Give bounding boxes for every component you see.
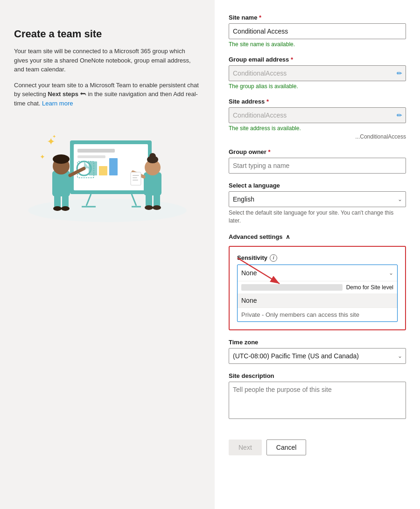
svg-point-23 — [53, 206, 62, 211]
site-address-available: The site address is available. — [229, 125, 406, 132]
svg-rect-10 — [109, 158, 118, 175]
advanced-settings-chevron-icon: ∧ — [286, 233, 290, 240]
site-description-textarea[interactable] — [229, 382, 406, 419]
next-steps-icon: ⮪ — [80, 90, 86, 99]
time-zone-select[interactable]: (UTC-08:00) Pacific Time (US and Canada) — [229, 348, 406, 364]
svg-rect-35 — [133, 175, 139, 176]
time-zone-group: Time zone (UTC-08:00) Pacific Time (US a… — [229, 339, 406, 364]
group-email-input[interactable] — [229, 65, 406, 81]
time-zone-select-wrapper: (UTC-08:00) Pacific Time (US and Canada)… — [229, 348, 406, 364]
site-address-suffix: ...ConditionalAccess — [229, 133, 406, 140]
svg-point-33 — [153, 205, 161, 210]
cancel-button[interactable]: Cancel — [266, 439, 307, 455]
sensitivity-none-option[interactable]: None — [238, 293, 397, 307]
sensitivity-demo-row[interactable]: Demo for Site level — [238, 281, 397, 293]
sensitivity-selected-value[interactable]: None ⌄ — [238, 265, 397, 281]
site-name-group: Site name * The site name is available. — [229, 14, 406, 48]
site-address-label: Site address * — [229, 98, 406, 105]
svg-point-24 — [61, 206, 70, 211]
group-owner-input[interactable] — [229, 158, 406, 174]
site-address-input-wrapper: ✏ — [229, 107, 406, 123]
advanced-settings-header[interactable]: Advanced settings ∧ — [229, 233, 406, 240]
site-address-edit-icon[interactable]: ✏ — [397, 112, 402, 119]
svg-rect-37 — [133, 180, 138, 181]
group-email-input-wrapper: ✏ — [229, 65, 406, 81]
required-star-owner: * — [268, 148, 271, 155]
group-email-available: The group alias is available. — [229, 83, 406, 90]
site-name-label: Site name * — [229, 14, 406, 21]
privacy-option[interactable]: Private - Only members can access this s… — [238, 307, 397, 321]
required-star-email: * — [291, 56, 293, 63]
svg-rect-36 — [133, 177, 137, 178]
site-address-group: Site address * ✏ The site address is ava… — [229, 98, 406, 140]
next-button[interactable]: Next — [229, 439, 262, 455]
svg-rect-21 — [54, 194, 61, 208]
svg-point-19 — [53, 154, 70, 164]
language-select-wrapper: English ⌄ — [229, 191, 406, 207]
svg-rect-34 — [131, 172, 141, 185]
footer-buttons: Next Cancel — [229, 432, 406, 455]
site-description-group: Site description — [229, 372, 406, 421]
svg-text:✦: ✦ — [52, 134, 56, 139]
svg-rect-17 — [52, 171, 70, 196]
sensitivity-demo-label: Demo for Site level — [346, 284, 393, 291]
svg-rect-7 — [77, 155, 105, 158]
language-select[interactable]: English — [229, 191, 406, 207]
group-email-edit-icon[interactable]: ✏ — [397, 70, 402, 77]
group-email-group: Group email address * ✏ The group alias … — [229, 56, 406, 90]
svg-point-0 — [28, 199, 187, 222]
language-label: Select a language — [229, 182, 406, 189]
group-email-label: Group email address * — [229, 56, 406, 63]
sensitivity-info-icon[interactable]: i — [270, 254, 277, 262]
left-panel: Create a team site Your team site will b… — [0, 0, 215, 509]
svg-rect-6 — [77, 149, 115, 153]
advanced-settings-box: Sensitivity i None ⌄ Demo for Site level — [229, 246, 406, 330]
learn-more-link[interactable]: Learn more — [42, 100, 73, 107]
group-owner-group: Group owner * — [229, 148, 406, 174]
svg-rect-25 — [144, 172, 161, 195]
language-group: Select a language English ⌄ Select the d… — [229, 182, 406, 225]
sensitivity-dropdown[interactable]: None ⌄ Demo for Site level — [237, 265, 398, 322]
description-paragraph-1: Your team site will be connected to a Mi… — [14, 47, 201, 74]
right-panel: Site name * The site name is available. … — [215, 0, 420, 509]
svg-rect-30 — [146, 193, 152, 207]
site-address-input[interactable] — [229, 107, 406, 123]
site-name-available: The site name is available. — [229, 41, 406, 48]
svg-rect-22 — [62, 194, 69, 208]
svg-rect-9 — [99, 166, 107, 175]
page-title: Create a team site — [14, 28, 201, 40]
svg-point-32 — [145, 205, 153, 210]
demo-bar — [241, 284, 343, 291]
site-description-label: Site description — [229, 372, 406, 379]
time-zone-label: Time zone — [229, 339, 406, 346]
svg-point-28 — [149, 153, 156, 160]
sensitivity-chevron-icon: ⌄ — [389, 270, 393, 276]
language-helper: Select the default site language for you… — [229, 209, 406, 225]
svg-text:✦: ✦ — [40, 153, 45, 160]
svg-rect-31 — [154, 193, 160, 207]
sensitivity-label: Sensitivity i — [237, 254, 398, 262]
illustration: ✦ ✦ ✦ — [14, 117, 201, 224]
group-owner-label: Group owner * — [229, 148, 406, 155]
site-name-input[interactable] — [229, 23, 406, 39]
required-star: * — [259, 14, 261, 21]
required-star-address: * — [266, 98, 269, 105]
description-paragraph-2: Connect your team site to a Microsoft Te… — [14, 81, 201, 108]
